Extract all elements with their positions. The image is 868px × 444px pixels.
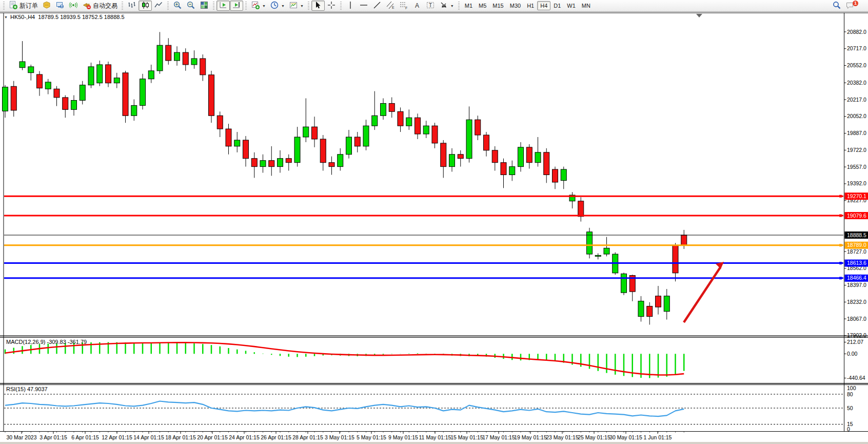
- templates-button[interactable]: ▼: [287, 1, 306, 11]
- macd-scale-label[interactable]: -440.64: [847, 375, 865, 381]
- price-tick-label[interactable]: 19887.0: [847, 130, 866, 136]
- collapse-caret-icon[interactable]: ▼: [4, 15, 8, 19]
- arrows-button[interactable]: ▼: [437, 1, 456, 11]
- time-tick-label[interactable]: 24 Apr 01:15: [229, 434, 260, 440]
- line-handle[interactable]: [839, 195, 842, 198]
- rsi-scale-label[interactable]: 80: [847, 391, 853, 397]
- trendline-button[interactable]: [370, 1, 384, 11]
- bar-chart-button[interactable]: [125, 1, 139, 11]
- notifications-button[interactable]: 1: [843, 1, 864, 11]
- toolbar-grip[interactable]: [458, 2, 460, 10]
- time-tick-label[interactable]: 14 Apr 01:15: [133, 434, 164, 440]
- terminal-button[interactable]: [53, 1, 67, 11]
- time-tick-label[interactable]: 26 Apr 01:15: [261, 434, 291, 440]
- zoom-out-button[interactable]: [184, 1, 198, 11]
- line-handle[interactable]: [839, 277, 842, 279]
- channel-button[interactable]: E: [384, 1, 397, 11]
- time-tick-label[interactable]: 3 Apr 01:15: [40, 434, 67, 440]
- price-tick-label[interactable]: 20717.0: [847, 45, 866, 51]
- candlestick-chart-button[interactable]: [139, 1, 152, 11]
- price-tick-label[interactable]: 20382.0: [847, 80, 866, 86]
- price-tick-label[interactable]: 20217.0: [847, 96, 866, 103]
- tf-h4[interactable]: H4: [537, 1, 550, 10]
- market-depth-button[interactable]: [40, 1, 53, 11]
- time-tick-label[interactable]: 11 May 01:15: [419, 434, 451, 440]
- price-tick-label[interactable]: 19392.0: [847, 180, 866, 186]
- dropdown-arrow-icon[interactable]: ▼: [450, 4, 454, 8]
- crosshair-button[interactable]: [325, 1, 338, 11]
- tf-mn[interactable]: MN: [579, 1, 594, 10]
- dropdown-arrow-icon[interactable]: ▼: [281, 4, 285, 8]
- line-handle[interactable]: [839, 244, 842, 246]
- cursor-button[interactable]: [311, 1, 325, 11]
- toolbar-grip[interactable]: [245, 2, 247, 10]
- price-tick-label[interactable]: 18397.0: [847, 282, 866, 288]
- text-label-button[interactable]: T: [424, 1, 437, 11]
- toolbar-grip[interactable]: [167, 2, 169, 10]
- tile-windows-button[interactable]: [198, 1, 211, 11]
- time-tick-label[interactable]: 3 May 01:15: [325, 434, 354, 440]
- toolbar-grip[interactable]: [308, 2, 309, 10]
- autotrading-button[interactable]: 自动交易: [80, 1, 120, 11]
- time-tick-label[interactable]: 25 May 01:15: [578, 434, 610, 440]
- macd-scale-label[interactable]: 0.00: [847, 351, 858, 357]
- tf-m30[interactable]: M30: [507, 1, 524, 10]
- line-chart-button[interactable]: [152, 1, 165, 11]
- toolbar-grip[interactable]: [340, 2, 342, 10]
- tf-d1[interactable]: D1: [550, 1, 564, 10]
- tf-m5[interactable]: M5: [476, 1, 489, 10]
- line-handle[interactable]: [839, 215, 842, 217]
- dropdown-arrow-icon[interactable]: ▼: [262, 4, 266, 8]
- time-tick-label[interactable]: 6 Apr 01:15: [71, 434, 99, 440]
- chart-window[interactable]: 20882.020717.020552.020382.020217.020052…: [0, 12, 868, 444]
- indicators-button[interactable]: ▼: [249, 1, 268, 11]
- price-tick-label[interactable]: 20052.0: [847, 113, 866, 119]
- time-tick-label[interactable]: 9 May 01:15: [388, 434, 418, 440]
- time-tick-label[interactable]: 30 May 01:15: [609, 434, 642, 440]
- price-tick-label[interactable]: 19557.0: [847, 164, 866, 170]
- periods-button[interactable]: ▼: [268, 1, 287, 11]
- macd-scale-label[interactable]: 212.07: [847, 339, 863, 345]
- search-button[interactable]: [830, 1, 843, 11]
- time-tick-label[interactable]: 28 Apr 01:15: [292, 434, 323, 440]
- time-tick-label[interactable]: 20 Apr 01:15: [197, 434, 228, 440]
- horizontal-line-button[interactable]: [357, 1, 370, 11]
- chart-shift-button[interactable]: [230, 1, 243, 11]
- time-tick-label[interactable]: 15 May 01:15: [450, 434, 483, 440]
- fibonacci-button[interactable]: F: [397, 1, 410, 11]
- price-tick-label[interactable]: 17902.0: [847, 332, 866, 338]
- rsi-scale-label[interactable]: 50: [847, 405, 853, 411]
- zoom-in-button[interactable]: [171, 1, 184, 11]
- toolbar-grip[interactable]: [3, 2, 5, 10]
- tf-h1[interactable]: H1: [524, 1, 537, 10]
- price-tick-label[interactable]: 18232.0: [847, 299, 866, 305]
- time-tick-label[interactable]: 12 Apr 01:15: [102, 434, 132, 440]
- toolbar-grip[interactable]: [213, 2, 214, 10]
- toolbar-grip[interactable]: [122, 2, 123, 10]
- rsi-scale-label[interactable]: 0: [847, 426, 850, 432]
- time-tick-label[interactable]: 18 Apr 01:15: [165, 434, 196, 440]
- rsi-scale-label[interactable]: 100: [847, 385, 856, 391]
- time-tick-label[interactable]: 1 Jun 01:15: [644, 434, 672, 440]
- time-tick-label[interactable]: 23 May 01:15: [546, 434, 579, 440]
- new-order-button[interactable]: 新订单: [7, 1, 40, 11]
- chart-canvas[interactable]: 20882.020717.020552.020382.020217.020052…: [0, 12, 868, 444]
- tf-w1[interactable]: W1: [564, 1, 579, 10]
- text-button[interactable]: A: [410, 1, 424, 11]
- time-tick-label[interactable]: 19 May 01:15: [514, 434, 547, 440]
- price-tick-label[interactable]: 18727.0: [847, 248, 866, 255]
- price-tick-label[interactable]: 20882.0: [847, 29, 866, 35]
- price-tick-label[interactable]: 19722.0: [847, 147, 866, 153]
- vertical-line-button[interactable]: [344, 1, 357, 11]
- dropdown-arrow-icon[interactable]: ▼: [300, 4, 304, 8]
- tf-m1[interactable]: M1: [462, 1, 476, 10]
- price-tick-label[interactable]: 18067.0: [847, 316, 866, 322]
- auto-scroll-button[interactable]: [216, 1, 230, 11]
- line-handle[interactable]: [839, 262, 842, 264]
- price-tick-label[interactable]: 20552.0: [847, 62, 866, 68]
- time-tick-label[interactable]: 5 May 01:15: [357, 434, 386, 440]
- tf-m15[interactable]: M15: [489, 1, 506, 10]
- signals-button[interactable]: [67, 1, 80, 11]
- time-tick-label[interactable]: 17 May 01:15: [482, 434, 515, 440]
- time-tick-label[interactable]: 30 Mar 2023: [7, 434, 37, 440]
